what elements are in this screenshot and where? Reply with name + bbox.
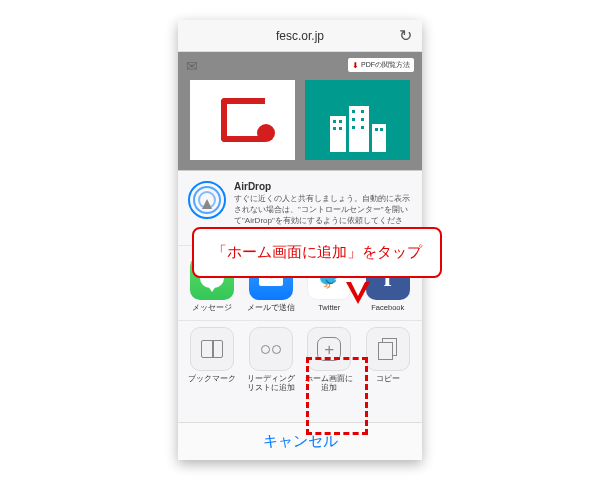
copy-icon (366, 327, 410, 371)
pdf-badge-label: PDFの閲覧方法 (361, 60, 410, 70)
share-sheet: AirDrop すぐに近くの人と共有しましょう。自動的に表示されない場合は、"コ… (178, 170, 422, 460)
tile-logo[interactable] (190, 80, 295, 160)
callout-tail-icon (346, 282, 370, 304)
share-label: Twitter (318, 303, 340, 312)
buildings-icon (330, 106, 386, 152)
bookmark-icon (190, 327, 234, 371)
instruction-callout: 「ホーム画面に追加」をタップ (192, 227, 442, 278)
plus-icon: + (307, 327, 351, 371)
url-bar[interactable]: fesc.or.jp ↻ (178, 20, 422, 52)
envelope-icon[interactable]: ✉ (186, 58, 198, 74)
airdrop-icon (188, 181, 226, 219)
page-background: ✉ ⬇ PDFの閲覧方法 (178, 52, 422, 170)
glasses-icon (249, 327, 293, 371)
action-label: コピー (376, 374, 400, 383)
pdf-badge[interactable]: ⬇ PDFの閲覧方法 (348, 58, 414, 72)
cancel-button[interactable]: キャンセル (178, 422, 422, 460)
pdf-icon: ⬇ (352, 61, 359, 70)
logo-icon (221, 98, 265, 142)
reload-icon[interactable]: ↻ (399, 26, 412, 45)
action-reading-list[interactable]: リーディングリストに追加 (247, 327, 296, 392)
action-copy[interactable]: コピー (364, 327, 413, 392)
share-label: メールで送信 (247, 303, 295, 312)
callout-text: 「ホーム画面に追加」をタップ (212, 243, 422, 260)
action-label: ブックマーク (188, 374, 236, 383)
share-label: Facebook (371, 303, 404, 312)
action-add-to-home[interactable]: + ホーム画面に追加 (305, 327, 354, 392)
tile-buildings[interactable] (305, 80, 410, 160)
cancel-label: キャンセル (263, 432, 338, 451)
action-label: リーディングリストに追加 (247, 374, 296, 392)
url-text: fesc.or.jp (276, 29, 324, 43)
airdrop-title: AirDrop (234, 181, 412, 192)
action-label: ホーム画面に追加 (305, 374, 354, 392)
actions-row[interactable]: ブックマーク リーディングリストに追加 + ホーム画面に追加 コピー (178, 321, 422, 398)
share-label: メッセージ (192, 303, 232, 312)
action-bookmark[interactable]: ブックマーク (188, 327, 237, 392)
